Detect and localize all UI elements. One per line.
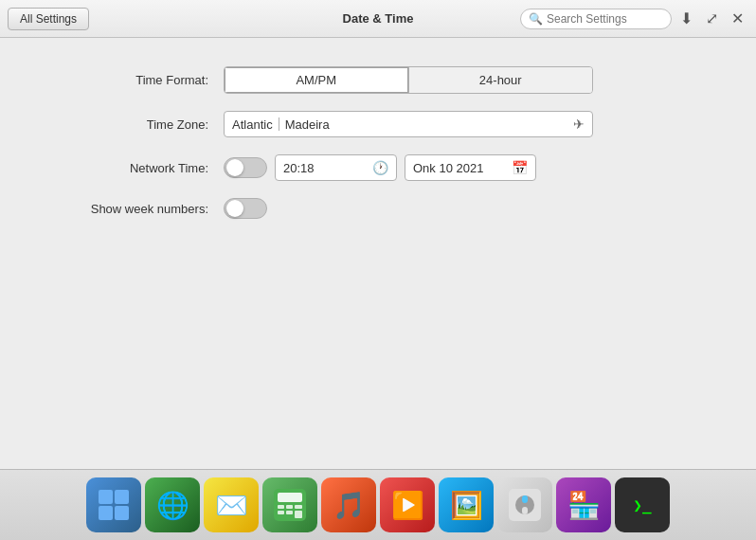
calendar-icon[interactable]: 📅 <box>512 160 528 175</box>
dock-icon-terminal[interactable]: ❯_ <box>615 477 670 532</box>
dock-icon-store[interactable]: 🏪 <box>556 477 611 532</box>
svg-rect-3 <box>115 506 129 520</box>
store-icon: 🏪 <box>556 477 611 532</box>
dock-icon-video[interactable]: ▶️ <box>380 477 435 532</box>
time-format-label: Time Format: <box>57 73 208 87</box>
svg-rect-14 <box>522 495 528 503</box>
dock-icon-music[interactable]: 🎵 <box>321 477 376 532</box>
close-button[interactable]: ✕ <box>727 9 748 28</box>
week-numbers-row: Show week numbers: <box>57 198 699 219</box>
dock-icon-mosaic[interactable] <box>86 477 141 532</box>
week-numbers-label: Show week numbers: <box>57 202 208 216</box>
main-content: Time Format: AM/PM 24-hour Time Zone: At… <box>0 38 756 264</box>
dock-icon-photos[interactable]: 🖼️ <box>439 477 494 532</box>
week-toggle-knob <box>226 200 243 217</box>
timezone-group[interactable]: Atlantic Madeira ✈ <box>224 111 593 137</box>
svg-rect-15 <box>522 507 528 514</box>
all-settings-button[interactable]: All Settings <box>8 8 89 30</box>
time-value: 20:18 <box>283 161 369 175</box>
search-icon: 🔍 <box>529 12 543 26</box>
titlebar-left: All Settings <box>8 8 89 30</box>
svg-rect-6 <box>278 505 284 509</box>
svg-rect-2 <box>99 506 113 520</box>
time-date-inputs: 20:18 🕐 Onk 10 2021 📅 <box>275 154 536 181</box>
toggle-knob <box>226 159 243 176</box>
dock: 🌐 ✉️ 🎵 ▶️ 🖼️ <box>0 469 756 540</box>
svg-rect-11 <box>295 511 302 518</box>
svg-rect-9 <box>278 511 284 514</box>
date-input-box[interactable]: Onk 10 2021 📅 <box>405 154 536 181</box>
mail-icon: ✉️ <box>204 477 259 532</box>
timezone-divider <box>279 117 279 131</box>
photos-icon: 🖼️ <box>439 477 494 532</box>
dock-icon-settings-toggle[interactable] <box>497 477 552 532</box>
24hour-button[interactable]: 24-hour <box>409 67 593 93</box>
time-format-row: Time Format: AM/PM 24-hour <box>57 66 699 94</box>
expand-button[interactable]: ⤢ <box>701 9 723 28</box>
dock-icon-browser[interactable]: 🌐 <box>145 477 200 532</box>
time-format-group: AM/PM 24-hour <box>224 66 593 94</box>
settings-toggle-icon <box>497 477 552 532</box>
svg-rect-10 <box>286 511 293 514</box>
titlebar-right: 🔍 ⬇ ⤢ ✕ <box>520 9 748 29</box>
dock-icon-mail[interactable]: ✉️ <box>204 477 259 532</box>
timezone-label: Time Zone: <box>57 117 208 132</box>
svg-rect-1 <box>115 490 129 504</box>
dock-icon-calc[interactable] <box>262 477 317 532</box>
timezone-region: Atlantic <box>232 117 273 132</box>
browser-icon: 🌐 <box>145 477 200 532</box>
svg-rect-8 <box>295 505 302 509</box>
mosaic-icon <box>86 477 141 532</box>
search-input[interactable] <box>547 12 660 26</box>
network-time-toggle[interactable] <box>224 157 267 178</box>
svg-rect-7 <box>286 505 293 509</box>
timezone-city: Madeira <box>285 117 567 132</box>
timezone-row: Time Zone: Atlantic Madeira ✈ <box>57 111 699 137</box>
network-time-label: Network Time: <box>57 161 208 175</box>
svg-rect-0 <box>99 490 113 504</box>
date-value: Onk 10 2021 <box>413 161 508 175</box>
window-title: Date & Time <box>343 11 414 26</box>
terminal-icon: ❯_ <box>615 477 670 532</box>
calc-icon <box>262 477 317 532</box>
week-numbers-toggle[interactable] <box>224 198 267 219</box>
video-icon: ▶️ <box>380 477 435 532</box>
music-icon: 🎵 <box>321 477 376 532</box>
location-icon[interactable]: ✈ <box>573 117 585 132</box>
time-input-box[interactable]: 20:18 🕐 <box>275 154 397 181</box>
svg-rect-5 <box>278 493 302 502</box>
ampm-button[interactable]: AM/PM <box>225 67 408 93</box>
search-box[interactable]: 🔍 <box>520 9 672 29</box>
network-time-row: Network Time: 20:18 🕐 Onk 10 2021 📅 <box>57 154 699 181</box>
download-button[interactable]: ⬇ <box>675 9 697 28</box>
clock-icon[interactable]: 🕐 <box>372 160 388 175</box>
titlebar: All Settings Date & Time 🔍 ⬇ ⤢ ✕ <box>0 0 756 38</box>
